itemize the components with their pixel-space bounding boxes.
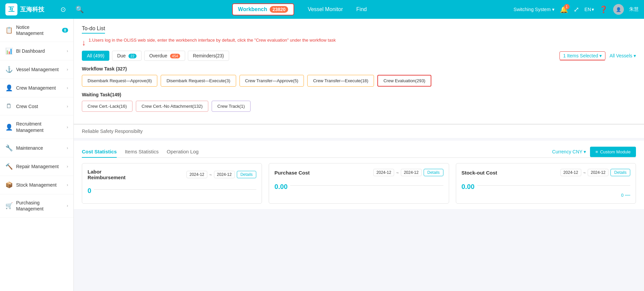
sidebar-item-label: Repair Management	[16, 163, 63, 169]
chevron-right-icon: ›	[67, 164, 68, 169]
currency-button[interactable]: Currency CNY ▾	[552, 149, 586, 154]
purchase-value-line: 0.00	[274, 180, 443, 191]
chevron-right-icon: ›	[67, 183, 68, 187]
tilde-separator: ~	[583, 170, 586, 175]
arrow-right-icon: —	[625, 192, 630, 198]
tab-operation-log[interactable]: Operation Log	[167, 146, 199, 158]
workbench-badge: 23820	[270, 6, 288, 13]
stockout-details-button[interactable]: Details	[610, 169, 630, 176]
chevron-right-icon: ›	[67, 203, 68, 208]
language-button[interactable]: EN ▾	[585, 7, 594, 12]
cost-card-stockout: Stock-out Cost 2024-12 ~ 2024-12 Details…	[456, 163, 636, 204]
sidebar-item-notice[interactable]: 📋 NoticeManagement 8	[0, 19, 73, 42]
labor-date-to[interactable]: 2024-12	[214, 171, 235, 178]
sidebar-item-label: RecruitmentManagement	[16, 121, 63, 133]
tab-items-statistics[interactable]: Items Statistics	[125, 146, 159, 158]
filter-tab-overdue[interactable]: Overdue 454	[144, 51, 185, 61]
workflow-task-crew-transfer-approve[interactable]: Crew Transfer—Approve(5)	[239, 75, 304, 87]
cost-card-header-purchase: Purchase Cost 2024-12 ~ 2024-12 Details	[274, 169, 443, 176]
all-count: 499	[95, 53, 103, 58]
nav-right: Switching System ▾ 🔔 1 ⤢ EN ▾ ❓ 👤 朱慧	[514, 4, 639, 15]
workflow-task-crew-evaluation[interactable]: Crew Evaluation(293)	[377, 75, 431, 87]
help-button[interactable]: ❓	[599, 5, 608, 13]
purchasing-icon: 🛒	[5, 202, 13, 209]
stockout-title: Stock-out Cost	[462, 170, 497, 176]
purchase-date-range: 2024-12 ~ 2024-12 Details	[373, 169, 443, 176]
purchase-details-button[interactable]: Details	[424, 169, 443, 176]
waiting-task-crew-cert-no-attachment[interactable]: Crew Cert.-No Attachment(132)	[136, 101, 208, 112]
reminders-label: Reminders(23)	[193, 53, 224, 58]
chevron-right-icon: ›	[67, 146, 68, 150]
cost-card-purchase: Purchase Cost 2024-12 ~ 2024-12 Details …	[269, 163, 449, 204]
sidebar-item-maintenance[interactable]: 🔧 Maintenance ›	[0, 139, 73, 157]
sidebar-item-label: BI Dashboard	[16, 48, 63, 54]
stockout-date-to[interactable]: 2024-12	[588, 169, 608, 176]
sidebar-item-crew-management[interactable]: 👤 Crew Management ›	[0, 79, 73, 97]
sidebar-item-crew-cost[interactable]: 🗒 Crew Cost ›	[0, 97, 73, 115]
back-icon: ⊙	[60, 6, 66, 13]
waiting-section-title: Waiting Task(149)	[82, 92, 636, 97]
menu-icon: ≡	[595, 149, 598, 154]
sidebar-item-label: Crew Cost	[16, 103, 63, 109]
vessel-monitor-link[interactable]: Vessel Monitor	[308, 6, 343, 12]
chevron-right-icon: ›	[67, 125, 68, 130]
bell-button[interactable]: 🔔 1	[560, 5, 568, 13]
cost-card-header-stockout: Stock-out Cost 2024-12 ~ 2024-12 Details	[462, 169, 630, 176]
all-label: All	[87, 53, 92, 58]
labor-value: 0	[88, 187, 91, 195]
lang-label: EN	[585, 7, 591, 12]
sidebar-item-stock-management[interactable]: 📦 Stock Management ›	[0, 176, 73, 194]
cost-card-labor: LaborReimbursement 2024-12 ~ 2024-12 Det…	[82, 163, 262, 204]
logo-icon: 互	[5, 3, 17, 15]
sidebar-item-purchasing[interactable]: 🛒 PurchasingManagement ›	[0, 194, 73, 217]
crew-icon: 👤	[5, 84, 13, 92]
workflow-section-title: Workflow Task (327)	[82, 66, 636, 71]
expand-button[interactable]: ⤢	[574, 5, 579, 13]
workflow-task-disembark-approve[interactable]: Disembark Request—Approve(8)	[82, 75, 157, 87]
items-selected-button[interactable]: 1 Items Selected ▾	[559, 51, 605, 60]
workflow-task-crew-transfer-execute[interactable]: Crew Transfer—Execute(18)	[307, 75, 374, 87]
stockout-sub-value: 0	[621, 193, 624, 198]
workbench-button[interactable]: Workbench 23820	[232, 3, 294, 15]
tab-cost-statistics[interactable]: Cost Statistics	[82, 146, 117, 158]
sidebar-item-vessel-management[interactable]: ⚓ Vessel Management ›	[0, 60, 73, 79]
waiting-task-crew-cert-lack[interactable]: Crew Cert.-Lack(16)	[82, 101, 132, 112]
all-vessels-label: All Vessels	[609, 53, 632, 58]
dash-line	[94, 189, 256, 190]
filter-tab-due[interactable]: Due 22	[112, 51, 142, 61]
waiting-task-crew-track[interactable]: Crew Track(1)	[212, 101, 251, 112]
labor-details-button[interactable]: Details	[237, 171, 257, 178]
stockout-date-from[interactable]: 2024-12	[560, 169, 581, 176]
custom-module-button[interactable]: ≡ Custom Module	[590, 147, 636, 157]
cost-card-header-labor: LaborReimbursement 2024-12 ~ 2024-12 Det…	[88, 169, 256, 180]
overdue-badge: 454	[170, 54, 180, 58]
purchase-date-to[interactable]: 2024-12	[401, 169, 422, 176]
labor-date-from[interactable]: 2024-12	[186, 171, 207, 178]
tab-label: Operation Log	[167, 149, 199, 154]
sidebar-item-repair-management[interactable]: 🔨 Repair Management ›	[0, 157, 73, 176]
search-button[interactable]: 🔍	[74, 4, 85, 15]
avatar: 👤	[613, 4, 624, 15]
overdue-label: Overdue	[149, 53, 167, 58]
all-vessels-button[interactable]: All Vessels ▾	[609, 53, 636, 58]
sidebar-item-recruitment-management[interactable]: 👤 RecruitmentManagement ›	[0, 115, 73, 139]
switching-system-label: Switching System	[514, 7, 550, 12]
find-link[interactable]: Find	[356, 6, 367, 12]
stockout-value-line: 0.00	[462, 180, 630, 191]
labor-title: LaborReimbursement	[88, 169, 125, 180]
sidebar-item-label: Stock Management	[16, 182, 63, 188]
cost-cards: LaborReimbursement 2024-12 ~ 2024-12 Det…	[82, 163, 636, 204]
back-button[interactable]: ⊙	[59, 4, 67, 15]
filter-tab-all[interactable]: All (499)	[82, 51, 109, 61]
dash-line	[477, 185, 630, 186]
sidebar-item-bi-dashboard[interactable]: 📊 BI Dashboard ›	[0, 42, 73, 60]
purchase-date-from[interactable]: 2024-12	[373, 169, 394, 176]
workflow-task-disembark-execute[interactable]: Disembark Request—Execute(3)	[161, 75, 236, 87]
items-selected-container: 1 Items Selected ▾	[559, 51, 605, 60]
chevron-down-icon: ▾	[592, 7, 594, 12]
todo-section: To-do List ↓ 1.Users log in the OLISS we…	[74, 19, 644, 124]
stats-tabs: Cost Statistics Items Statistics Operati…	[82, 146, 636, 158]
switching-system-button[interactable]: Switching System ▾	[514, 7, 554, 12]
labor-value-line: 0	[88, 184, 256, 195]
filter-tab-reminders[interactable]: Reminders(23)	[188, 51, 229, 61]
